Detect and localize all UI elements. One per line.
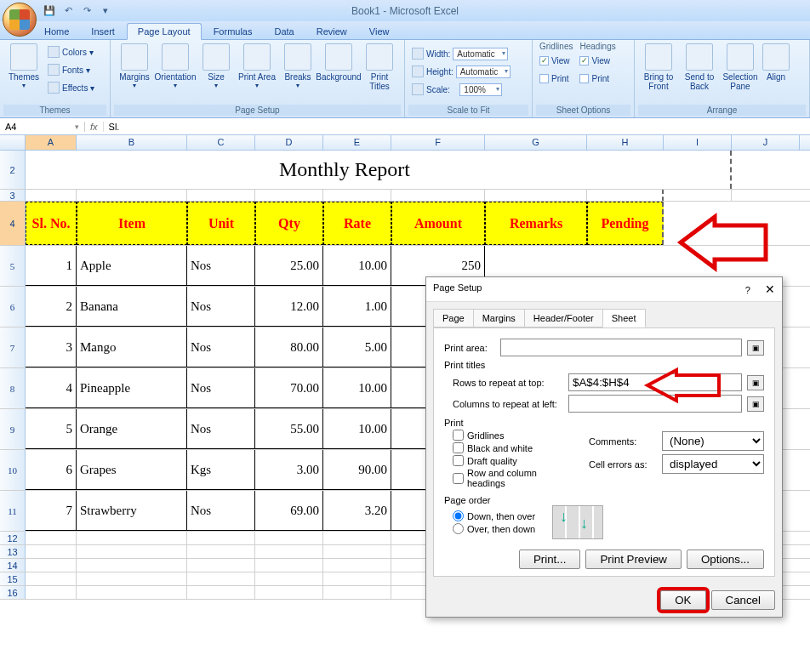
breaks-button[interactable]: Breaks▾ bbox=[277, 42, 318, 91]
row-header-16[interactable]: 16 bbox=[0, 586, 26, 599]
report-title-cell[interactable]: Monthly Report bbox=[26, 151, 664, 189]
data-cell[interactable]: 3.00 bbox=[255, 450, 323, 490]
dialog-tab-margins[interactable]: Margins bbox=[473, 309, 525, 327]
tab-insert[interactable]: Insert bbox=[81, 24, 125, 39]
col-header-A[interactable]: A bbox=[26, 135, 77, 150]
print-area-input[interactable] bbox=[500, 339, 742, 356]
data-cell[interactable]: 90.00 bbox=[323, 450, 391, 490]
close-icon[interactable]: ✕ bbox=[765, 282, 775, 296]
row-header-6[interactable]: 6 bbox=[0, 287, 26, 327]
row-header-3[interactable]: 3 bbox=[0, 190, 26, 201]
theme-fonts-button[interactable]: Fonts ▾ bbox=[48, 61, 94, 78]
data-cell[interactable]: 1.00 bbox=[323, 287, 391, 327]
col-header-C[interactable]: C bbox=[187, 135, 255, 150]
data-cell[interactable]: Banana bbox=[77, 287, 187, 327]
data-cell[interactable]: 12.00 bbox=[255, 287, 323, 327]
data-cell[interactable]: 6 bbox=[26, 450, 77, 490]
data-cell[interactable]: 3.20 bbox=[323, 491, 391, 531]
col-header-G[interactable]: G bbox=[485, 135, 587, 150]
col-header-B[interactable]: B bbox=[77, 135, 187, 150]
row-header-9[interactable]: 9 bbox=[0, 409, 26, 449]
background-button[interactable]: Background bbox=[318, 42, 359, 83]
data-cell[interactable]: 7 bbox=[26, 491, 77, 531]
data-cell[interactable]: Nos bbox=[187, 409, 255, 449]
data-cell[interactable]: Mango bbox=[77, 327, 187, 367]
dialog-help-icon[interactable]: ? bbox=[745, 285, 750, 295]
header-cell[interactable]: Item bbox=[77, 202, 187, 245]
tab-data[interactable]: Data bbox=[264, 24, 304, 39]
cancel-button[interactable]: Cancel bbox=[711, 590, 776, 610]
gridlines-print-check[interactable]: Print bbox=[539, 70, 573, 87]
header-cell[interactable]: Remarks bbox=[485, 202, 587, 245]
data-cell[interactable]: Nos bbox=[187, 327, 255, 367]
tab-view[interactable]: View bbox=[359, 24, 400, 39]
qat-customize-icon[interactable]: ▾ bbox=[99, 4, 112, 18]
header-cell[interactable]: Pending bbox=[587, 202, 664, 245]
options-button[interactable]: Options... bbox=[687, 550, 764, 569]
row-header-8[interactable]: 8 bbox=[0, 368, 26, 408]
tab-review[interactable]: Review bbox=[306, 24, 357, 39]
data-cell[interactable]: 70.00 bbox=[255, 368, 323, 408]
redo-icon[interactable]: ↷ bbox=[80, 4, 94, 18]
data-cell[interactable]: 3 bbox=[26, 327, 77, 367]
row-col-headings-checkbox[interactable] bbox=[453, 473, 464, 484]
range-picker-icon[interactable]: ▣ bbox=[747, 375, 764, 390]
row-header-15[interactable]: 15 bbox=[0, 572, 26, 585]
orientation-button[interactable]: Orientation▾ bbox=[155, 42, 196, 91]
print-button[interactable]: Print... bbox=[519, 550, 581, 569]
tab-formulas[interactable]: Formulas bbox=[203, 24, 263, 39]
width-combo[interactable]: Automatic bbox=[453, 48, 507, 60]
headings-view-check[interactable]: ✓View bbox=[579, 52, 615, 69]
gridlines-view-check[interactable]: ✓View bbox=[539, 52, 573, 69]
scale-combo[interactable]: 100% bbox=[459, 83, 502, 96]
themes-button[interactable]: Themes▾ bbox=[3, 42, 44, 91]
data-cell[interactable]: Orange bbox=[77, 409, 187, 449]
cell-errors-select[interactable]: displayed bbox=[662, 454, 764, 474]
align-button[interactable]: Align bbox=[761, 42, 791, 83]
header-cell[interactable]: Qty bbox=[255, 202, 323, 245]
bring-to-front-button[interactable]: Bring to Front bbox=[638, 42, 679, 93]
row-header-7[interactable]: 7 bbox=[0, 327, 26, 367]
data-cell[interactable]: 5 bbox=[26, 409, 77, 449]
col-header-I[interactable]: I bbox=[664, 135, 732, 150]
data-cell[interactable]: Apple bbox=[77, 246, 187, 286]
col-header-H[interactable]: H bbox=[587, 135, 664, 150]
draft-checkbox[interactable] bbox=[453, 455, 464, 466]
office-button[interactable] bbox=[3, 3, 37, 37]
row-header-12[interactable]: 12 bbox=[0, 532, 26, 544]
header-cell[interactable]: Sl. No. bbox=[26, 202, 77, 245]
data-cell[interactable]: 25.00 bbox=[255, 246, 323, 286]
col-header-J[interactable]: J bbox=[732, 135, 800, 150]
row-header-13[interactable]: 13 bbox=[0, 545, 26, 558]
height-combo[interactable]: Automatic bbox=[456, 65, 511, 78]
data-cell[interactable]: Grapes bbox=[77, 450, 187, 490]
send-to-back-button[interactable]: Send to Back bbox=[679, 42, 720, 93]
data-cell[interactable]: 2 bbox=[26, 287, 77, 327]
theme-colors-button[interactable]: Colors ▾ bbox=[48, 43, 94, 60]
fx-button[interactable]: fx bbox=[85, 122, 104, 132]
tab-page-layout[interactable]: Page Layout bbox=[127, 23, 202, 40]
row-header-10[interactable]: 10 bbox=[0, 450, 26, 490]
comments-select[interactable]: (None) bbox=[662, 431, 764, 451]
name-box[interactable]: A4 bbox=[0, 122, 85, 132]
row-header-14[interactable]: 14 bbox=[0, 559, 26, 572]
theme-effects-button[interactable]: Effects ▾ bbox=[48, 79, 94, 96]
data-cell[interactable]: 5.00 bbox=[323, 327, 391, 367]
data-cell[interactable]: 69.00 bbox=[255, 491, 323, 531]
ok-button[interactable]: OK bbox=[660, 590, 705, 610]
range-picker-icon[interactable]: ▣ bbox=[747, 340, 764, 356]
data-cell[interactable]: Kgs bbox=[187, 450, 255, 490]
over-down-radio[interactable] bbox=[453, 523, 464, 534]
data-cell[interactable]: 55.00 bbox=[255, 409, 323, 449]
col-header-E[interactable]: E bbox=[323, 135, 391, 150]
data-cell[interactable]: 1 bbox=[26, 246, 77, 286]
col-header-D[interactable]: D bbox=[255, 135, 323, 150]
header-cell[interactable]: Unit bbox=[187, 202, 255, 245]
data-cell[interactable]: Nos bbox=[187, 287, 255, 327]
print-area-button[interactable]: Print Area▾ bbox=[237, 42, 277, 91]
headings-print-check[interactable]: Print bbox=[579, 70, 615, 87]
col-header-F[interactable]: F bbox=[391, 135, 485, 150]
data-cell[interactable]: Nos bbox=[187, 491, 255, 531]
row-header-2[interactable]: 2 bbox=[0, 151, 26, 189]
undo-icon[interactable]: ↶ bbox=[61, 4, 75, 18]
